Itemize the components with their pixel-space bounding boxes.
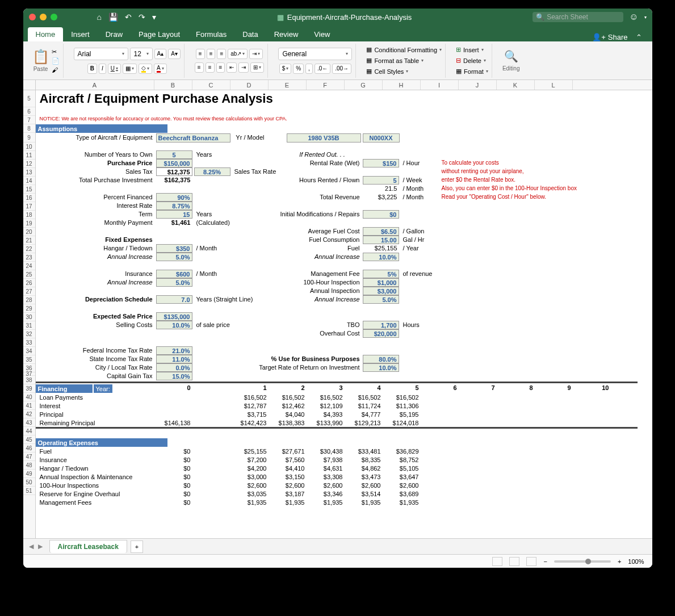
- col-d[interactable]: D: [230, 80, 269, 90]
- row-26[interactable]: 26: [23, 279, 35, 287]
- sell-cost-input[interactable]: 10.0%: [156, 321, 192, 329]
- align-middle-icon[interactable]: ≡: [207, 49, 216, 59]
- undo-icon[interactable]: ↶: [125, 12, 132, 22]
- row-19[interactable]: 19: [23, 219, 35, 228]
- fuel-cons-input[interactable]: 15.00: [363, 236, 399, 244]
- row-46[interactable]: 46: [23, 444, 35, 452]
- row-28[interactable]: 28: [23, 296, 35, 304]
- redo-icon[interactable]: ↷: [139, 12, 145, 22]
- years-own-input[interactable]: 5: [156, 150, 192, 159]
- merge-icon[interactable]: ⊞ ▾: [250, 62, 264, 73]
- insp100-input[interactable]: $1,000: [363, 278, 399, 287]
- home-icon[interactable]: ⌂: [97, 12, 102, 22]
- row-11[interactable]: 11: [23, 151, 35, 160]
- tab-insert[interactable]: Insert: [63, 27, 98, 41]
- save-icon[interactable]: 💾: [108, 12, 118, 22]
- row-45[interactable]: 45: [23, 435, 35, 444]
- currency-icon[interactable]: $ ▾: [279, 64, 292, 74]
- wrap-text-icon[interactable]: ⇥ ▾: [249, 49, 263, 59]
- row-34[interactable]: 34: [23, 347, 35, 355]
- row-35[interactable]: 35: [23, 355, 35, 364]
- paste-icon[interactable]: 📋: [32, 49, 49, 65]
- row-40[interactable]: 40: [23, 393, 35, 401]
- grow-font-icon[interactable]: A▴: [154, 49, 167, 59]
- row-9[interactable]: 9: [23, 133, 35, 143]
- ann-inc-ins[interactable]: 5.0%: [156, 278, 192, 287]
- ins-input[interactable]: $600: [156, 270, 192, 278]
- reg-input[interactable]: N000XX: [363, 133, 400, 143]
- view-normal-icon[interactable]: [492, 557, 502, 566]
- user-icon[interactable]: ☺: [629, 12, 638, 22]
- tab-draw[interactable]: Draw: [98, 27, 131, 41]
- yr-model-input[interactable]: 1980 V35B: [287, 133, 361, 143]
- row-20[interactable]: 20: [23, 228, 35, 236]
- col-c[interactable]: C: [192, 80, 230, 90]
- fuel-inc-input[interactable]: 10.0%: [363, 253, 399, 261]
- mgmt-fee-input[interactable]: 5%: [363, 270, 399, 278]
- format-painter-icon[interactable]: 🖌: [52, 66, 60, 73]
- row-47[interactable]: 47: [23, 452, 35, 461]
- row-22[interactable]: 22: [23, 245, 35, 253]
- row-39[interactable]: 39: [23, 384, 35, 393]
- col-a[interactable]: A: [36, 80, 154, 90]
- prev-sheet-icon[interactable]: ◀: [29, 543, 33, 550]
- row-12[interactable]: 12: [23, 160, 35, 168]
- col-l[interactable]: L: [535, 80, 573, 90]
- search-input[interactable]: 🔍 Search Sheet: [533, 12, 623, 22]
- next-sheet-icon[interactable]: ▶: [38, 543, 43, 550]
- row-14[interactable]: 14: [23, 177, 35, 185]
- hours-rented-input[interactable]: 5: [363, 176, 399, 185]
- col-f[interactable]: F: [307, 80, 345, 90]
- tab-formulas[interactable]: Formulas: [188, 27, 234, 41]
- indent-inc-icon[interactable]: ⇥: [238, 62, 249, 73]
- minimize-icon[interactable]: [40, 14, 47, 20]
- row-10[interactable]: 10: [23, 143, 35, 151]
- ann-insp-input[interactable]: $3,000: [363, 287, 399, 295]
- row-5[interactable]: 5: [23, 90, 35, 107]
- align-top-icon[interactable]: ≡: [196, 49, 205, 59]
- row-50[interactable]: 50: [23, 478, 35, 487]
- cap-gain-input[interactable]: 15.0%: [156, 372, 192, 380]
- tab-data[interactable]: Data: [234, 27, 266, 41]
- close-icon[interactable]: [29, 14, 36, 20]
- format-cells-button[interactable]: ▦Format ▾: [456, 66, 488, 76]
- number-format-picker[interactable]: General▾: [278, 48, 352, 60]
- col-e[interactable]: E: [269, 80, 307, 90]
- dep-input[interactable]: 7.0: [156, 295, 192, 304]
- percent-icon[interactable]: %: [293, 64, 304, 74]
- insp-inc-input[interactable]: 5.0%: [363, 295, 399, 304]
- row-7[interactable]: 7: [23, 116, 35, 124]
- pct-biz-input[interactable]: 80.0%: [363, 355, 399, 363]
- delete-cells-button[interactable]: ⊟Delete ▾: [456, 56, 486, 65]
- indent-dec-icon[interactable]: ⇤: [227, 62, 237, 73]
- col-b[interactable]: B: [154, 80, 192, 90]
- bold-button[interactable]: B: [87, 64, 97, 74]
- city-tax-input[interactable]: 0.0%: [156, 363, 192, 372]
- font-color-button[interactable]: A ▾: [154, 64, 167, 74]
- row-33[interactable]: 33: [23, 338, 35, 347]
- tab-review[interactable]: Review: [266, 27, 307, 41]
- row-38[interactable]: 38: [23, 376, 35, 384]
- row-43[interactable]: 43: [23, 418, 35, 427]
- insert-cells-button[interactable]: ⊞Insert ▾: [456, 45, 484, 55]
- col-j[interactable]: J: [459, 80, 497, 90]
- row-41[interactable]: 41: [23, 401, 35, 410]
- font-picker[interactable]: Arial▾: [74, 48, 128, 60]
- row-49[interactable]: 49: [23, 470, 35, 478]
- view-page-break-icon[interactable]: [526, 557, 536, 566]
- init-mod-input[interactable]: $0: [363, 210, 399, 219]
- orientation-icon[interactable]: ab↗ ▾: [228, 49, 248, 59]
- row-24[interactable]: 24: [23, 262, 35, 270]
- row-32[interactable]: 32: [23, 330, 35, 338]
- tab-view[interactable]: View: [306, 27, 338, 41]
- row-15[interactable]: 15: [23, 185, 35, 194]
- align-right-icon[interactable]: ≡: [216, 62, 225, 73]
- cell-styles-button[interactable]: ▦Cell Styles ▾: [366, 66, 408, 76]
- col-k[interactable]: K: [497, 80, 535, 90]
- border-button[interactable]: ▦ ▾: [123, 64, 137, 74]
- row-44[interactable]: 44: [23, 427, 35, 435]
- avg-fuel-input[interactable]: $6.50: [363, 227, 399, 236]
- row-8[interactable]: 8: [23, 124, 35, 133]
- zoom-slider[interactable]: [554, 560, 611, 563]
- fed-tax-input[interactable]: 21.0%: [156, 346, 192, 355]
